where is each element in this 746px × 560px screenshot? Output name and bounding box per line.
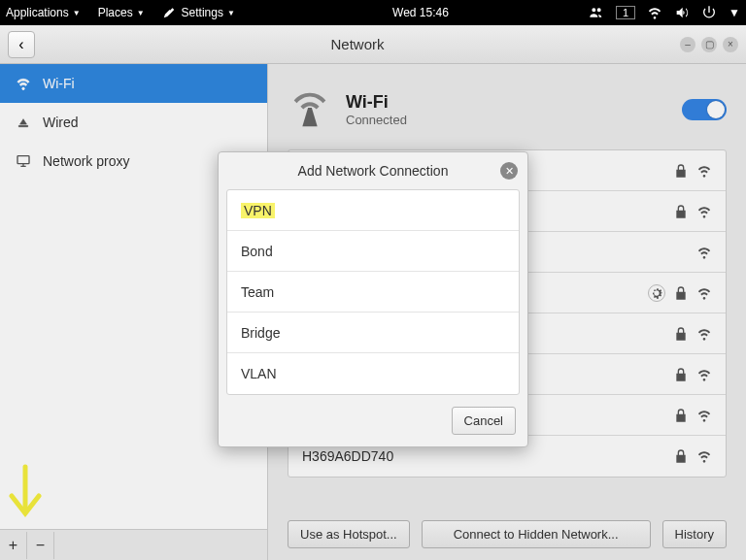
window-titlebar: ‹ Network – ▢ ×: [0, 25, 746, 64]
users-icon[interactable]: [589, 5, 604, 20]
chevron-left-icon: ‹: [18, 36, 23, 53]
power-icon[interactable]: [701, 5, 717, 20]
connection-type-label: Team: [241, 284, 274, 300]
workspace-badge[interactable]: 1: [616, 6, 635, 19]
connection-type-label: Bridge: [241, 325, 280, 341]
connection-type-vpn[interactable]: VPN: [227, 190, 519, 231]
annotation-arrow: [4, 463, 47, 521]
modal-overlay: Add Network Connection ✕ VPNBondTeamBrid…: [0, 64, 746, 560]
volume-icon[interactable]: [674, 5, 690, 20]
window-title: Network: [35, 36, 680, 52]
top-panel: Applications▼ Places▼ Settings▼ Wed 15:4…: [0, 0, 746, 25]
add-connection-dialog: Add Network Connection ✕ VPNBondTeamBrid…: [218, 151, 528, 447]
connection-type-label: VLAN: [241, 366, 277, 381]
dialog-title: Add Network Connection ✕: [219, 152, 527, 189]
menu-applications[interactable]: Applications▼: [6, 6, 81, 19]
dialog-close-button[interactable]: ✕: [500, 162, 518, 180]
connection-type-bond[interactable]: Bond: [227, 231, 519, 272]
system-tray: 1 ▼: [589, 5, 740, 20]
menu-places[interactable]: Places▼: [98, 6, 145, 19]
back-button[interactable]: ‹: [8, 31, 35, 58]
close-button[interactable]: ×: [723, 37, 738, 52]
connection-type-team[interactable]: Team: [227, 272, 519, 313]
cancel-button[interactable]: Cancel: [452, 407, 516, 435]
tools-icon: [162, 6, 176, 19]
panel-clock[interactable]: Wed 15:46: [253, 6, 589, 19]
connection-type-label: Bond: [241, 244, 273, 259]
menu-settings[interactable]: Settings▼: [162, 6, 235, 19]
connection-type-vlan[interactable]: VLAN: [227, 353, 519, 394]
wifi-tray-icon[interactable]: [647, 5, 662, 20]
minimize-button[interactable]: –: [680, 37, 695, 52]
connection-type-label: VPN: [241, 203, 275, 218]
connection-type-bridge[interactable]: Bridge: [227, 313, 519, 353]
maximize-button[interactable]: ▢: [701, 37, 717, 52]
